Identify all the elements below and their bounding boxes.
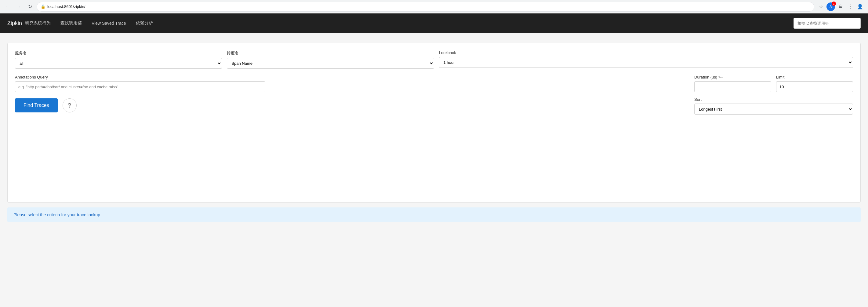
duration-group: Duration (μs) >= [694,75,771,92]
lookback-group: Lookback 1 hour 2 hours 6 hours 12 hours… [439,51,854,68]
url-text: localhost:8601/zipkin/ [47,4,85,9]
lookback-label: Lookback [439,51,854,55]
trace-id-search[interactable] [794,18,861,29]
annotations-input[interactable] [15,81,265,92]
limit-group: Limit [776,75,853,92]
address-bar: 🔒 localhost:8601/zipkin/ [37,2,814,11]
app-brand: Zipkin 研究系统行为 [7,19,51,27]
lookback-select[interactable]: 1 hour 2 hours 6 hours 12 hours 1 day 2 … [439,57,854,68]
annotations-group: Annotations Query [15,75,689,92]
extensions-button[interactable]: ☯ [836,2,845,11]
nav-item-dependency[interactable]: 依赖分析 [136,19,153,27]
service-name-group: 服务名 all [15,51,222,69]
search-panel: 服务名 all 跨度名 Span Name Lookback 1 hour 2 … [7,43,861,203]
form-body: Annotations Query Find Traces ? Dur [15,75,853,195]
menu-button[interactable]: ⋮ [846,2,855,11]
action-buttons: Find Traces ? [15,98,689,113]
form-left: Annotations Query Find Traces ? [15,75,689,195]
sort-select[interactable]: Longest First Shortest First Newest Firs… [694,103,853,115]
service-name-select[interactable]: all [15,58,222,69]
span-name-select[interactable]: Span Name [227,58,434,69]
nav-item-explore[interactable]: 研究系统行为 [25,19,51,27]
nav-item-view-saved-trace[interactable]: View Saved Trace [92,20,126,27]
span-name-label: 跨度名 [227,51,434,56]
bookmark-button[interactable]: ☆ [817,2,825,11]
account-button[interactable]: 👤 [856,2,864,11]
annotations-label: Annotations Query [15,75,689,80]
app-nav: Zipkin 研究系统行为 查找调用链 View Saved Trace 依赖分… [0,13,868,33]
main-content: 服务名 all 跨度名 Span Name Lookback 1 hour 2 … [0,33,868,307]
sort-group: Sort Longest First Shortest First Newest… [694,97,853,195]
info-banner-text: Please select the criteria for your trac… [13,212,101,217]
limit-label: Limit [776,75,853,80]
top-form-row: 服务名 all 跨度名 Span Name Lookback 1 hour 2 … [15,51,853,69]
find-traces-button[interactable]: Find Traces [15,98,58,113]
brand-name: Zipkin [7,20,22,27]
service-name-label: 服务名 [15,51,222,56]
duration-limit-pair: Duration (μs) >= Limit [694,75,853,92]
sort-label: Sort [694,97,853,102]
browser-chrome: ← → ↻ 🔒 localhost:8601/zipkin/ ☆ A 1 ☯ ⋮… [0,0,868,13]
duration-label: Duration (μs) >= [694,75,771,80]
help-button[interactable]: ? [63,98,76,113]
back-button[interactable]: ← [4,2,12,11]
info-banner: Please select the criteria for your trac… [7,207,861,222]
refresh-button[interactable]: ↻ [26,2,34,11]
profile-button[interactable]: A 1 [827,2,835,11]
limit-input[interactable] [776,81,853,92]
forward-button[interactable]: → [14,2,23,11]
form-right: Duration (μs) >= Limit Sort Longest Firs… [694,75,853,195]
span-name-group: 跨度名 Span Name [227,51,434,69]
lock-icon: 🔒 [41,4,45,9]
duration-input[interactable] [694,81,771,92]
help-icon: ? [68,102,71,109]
browser-right-icons: ☆ A 1 ☯ ⋮ 👤 [817,2,864,11]
right-fields: Duration (μs) >= Limit Sort Longest Firs… [694,75,853,195]
nav-item-find-trace[interactable]: 查找调用链 [60,19,82,27]
